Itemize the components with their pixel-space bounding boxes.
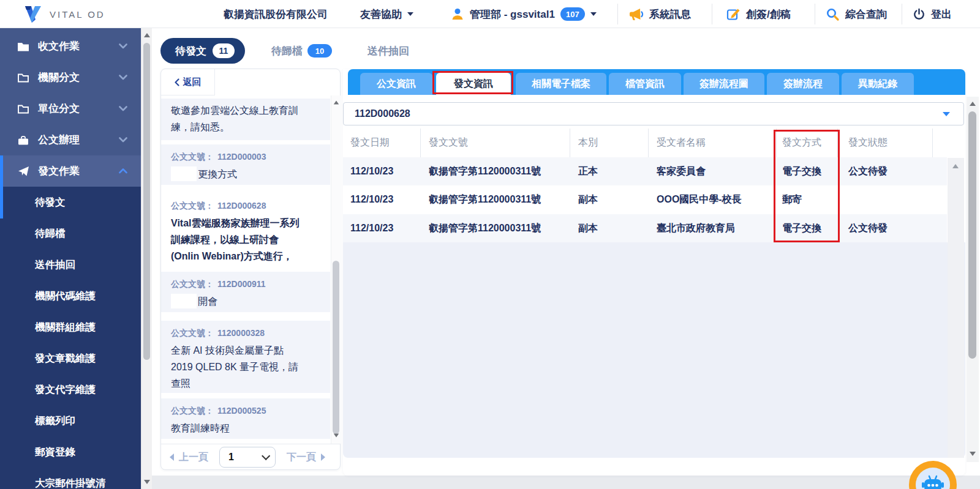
list-item[interactable]: 公文文號：112D000911 開會 xyxy=(161,272,330,312)
column-divider xyxy=(837,129,838,157)
user-menu[interactable]: 管理部 - gssvital1 107 xyxy=(451,0,597,28)
doc-subject: 更換方式 xyxy=(171,166,303,182)
notification-badge[interactable]: 107 xyxy=(560,7,585,21)
scroll-down-icon[interactable] xyxy=(144,480,150,484)
tab-pending-archive[interactable]: 待歸檔 10 xyxy=(271,38,332,64)
col-header-copy-type: 本別 xyxy=(578,129,598,157)
sidebar-item-label-print[interactable]: 標籤列印 xyxy=(0,405,141,436)
sidebar-group-processing[interactable]: 公文辦理 xyxy=(0,124,141,155)
doc-number: 112D000628 xyxy=(217,201,266,211)
system-messages-button[interactable]: 系統訊息 xyxy=(628,0,691,28)
app-logo[interactable]: VITAL OD xyxy=(21,0,105,28)
scroll-up-icon[interactable] xyxy=(334,101,339,105)
doc-subject: 敬邀參加雲端公文線上教育訓練，請知悉。 xyxy=(171,102,303,135)
scroll-down-icon[interactable] xyxy=(970,452,976,456)
list-item[interactable]: 敬邀參加雲端公文線上教育訓練，請知悉。 xyxy=(161,99,330,140)
scrollbar-thumb[interactable] xyxy=(333,261,339,434)
sidebar-group-label: 單位分文 xyxy=(38,102,80,116)
prev-arrow-icon[interactable] xyxy=(170,454,174,461)
list-scrollbar[interactable] xyxy=(331,95,341,444)
tab-label: 待發文 xyxy=(175,44,206,58)
sidebar-group-label: 公文辦理 xyxy=(38,133,80,147)
doc-number-select[interactable]: 112D000628 xyxy=(343,102,964,125)
doc-number: 1120000328 xyxy=(217,328,265,338)
sidebar-item-bulk-mail[interactable]: 大宗郵件掛號清 xyxy=(0,468,141,489)
detail-tab-doc-info[interactable]: 公文資訊 xyxy=(360,73,432,95)
sidebar-group-send[interactable]: 發文作業 xyxy=(0,155,141,187)
megaphone-icon xyxy=(628,7,644,21)
page-bottom-strip xyxy=(152,476,980,489)
content-scrollbar[interactable] xyxy=(967,97,979,462)
create-draft-button[interactable]: 創簽/創稿 xyxy=(726,0,791,28)
col-header-recipient: 受文者名稱 xyxy=(657,129,706,157)
detail-tab-change-log[interactable]: 異動紀錄 xyxy=(842,73,914,95)
sidebar-item-recall[interactable]: 送件抽回 xyxy=(0,249,141,280)
table-row[interactable]: 112/10/23 叡揚管字第1120000311號 正本 客家委員會 電子交換… xyxy=(343,157,947,185)
prev-page-button[interactable]: 上一頁 xyxy=(179,451,208,464)
sidebar-item-send-stamp[interactable]: 發文章戳維護 xyxy=(0,343,141,374)
list-item-selected[interactable]: 公文文號：112D000628 Vital雲端服務家族辦理一系列訓練課程，以線上… xyxy=(161,193,330,266)
cell-status: 公文待發 xyxy=(848,214,888,242)
sidebar-group-receive[interactable]: 收文作業 xyxy=(0,31,141,62)
detail-tab-flow[interactable]: 簽辦流程 xyxy=(767,73,839,95)
next-page-button[interactable]: 下一頁 xyxy=(287,451,316,464)
table-header: 發文日期 發文文號 本別 受文者名稱 發文方式 發文狀態 xyxy=(343,129,964,157)
user-name: 管理部 - gssvital1 xyxy=(470,7,555,21)
tab-pending-send[interactable]: 待發文 11 xyxy=(160,38,245,64)
sidebar-item-agency-group[interactable]: 機關群組維護 xyxy=(0,312,141,343)
briefcase-icon xyxy=(17,135,29,146)
tab-count-badge: 11 xyxy=(213,43,235,58)
sidebar-group-agency-dispatch[interactable]: 機關分文 xyxy=(0,62,141,93)
sidebar-item-pending-archive[interactable]: 待歸檔 xyxy=(0,218,141,249)
list-item[interactable]: 公文文號：112D000525 教育訓練時程 xyxy=(161,398,330,439)
sidebar-item-send-code[interactable]: 發文代字維護 xyxy=(0,374,141,405)
next-arrow-icon[interactable] xyxy=(321,454,325,461)
sidebar-item-agency-code[interactable]: 機關代碼維護 xyxy=(0,280,141,312)
table-row[interactable]: 112/10/23 叡揚管字第1120000311號 副本 臺北市政府教育局 電… xyxy=(343,214,947,242)
scroll-up-icon[interactable] xyxy=(970,102,976,106)
detail-tab-archive-info[interactable]: 檔管資訊 xyxy=(609,73,681,95)
column-divider xyxy=(648,129,649,157)
sidebar-item-pending-send[interactable]: 待發文 xyxy=(0,187,141,218)
doc-subject: 開會 xyxy=(171,293,303,310)
scroll-down-icon[interactable] xyxy=(334,434,339,438)
chevron-down-icon xyxy=(119,43,127,49)
help-menu[interactable]: 友善協助 xyxy=(360,0,413,28)
caret-down-icon xyxy=(943,112,950,116)
doc-number-label: 公文文號： xyxy=(171,328,214,338)
column-divider xyxy=(932,129,933,157)
detail-tab-send-info[interactable]: 發文資訊 xyxy=(436,73,511,95)
global-search-button[interactable]: 綜合查詢 xyxy=(826,0,887,28)
sidebar-group-unit-dispatch[interactable]: 單位分文 xyxy=(0,93,141,124)
doc-number: 112D000911 xyxy=(217,279,266,289)
page-number: 1 xyxy=(228,452,234,463)
scrollbar-thumb[interactable] xyxy=(968,111,976,359)
list-item[interactable]: 公文文號：112D000003 更換方式 xyxy=(161,144,330,185)
list-item[interactable]: 公文文號：1120000328 全新 AI 技術與金屬量子點 2019 QLED… xyxy=(161,321,330,393)
table-scrollbar[interactable] xyxy=(948,158,964,458)
scroll-up-icon[interactable] xyxy=(144,33,150,37)
page-select[interactable]: 1 xyxy=(219,447,276,468)
redaction-block xyxy=(171,166,197,181)
doc-number-label: 公文文號： xyxy=(171,406,214,416)
detail-tab-efiles[interactable]: 相關電子檔案 xyxy=(516,73,606,95)
detail-tab-flow-chart[interactable]: 簽辦流程圖 xyxy=(684,73,764,95)
table-row[interactable]: 112/10/23 叡揚管字第1120000311號 副本 OOO國民中學-校長… xyxy=(343,185,947,214)
cell-recipient: 客家委員會 xyxy=(657,157,706,185)
global-search-label: 綜合查詢 xyxy=(845,7,887,21)
back-button[interactable]: 返回 xyxy=(161,69,215,95)
logout-button[interactable]: 登出 xyxy=(913,0,952,28)
col-header-number: 發文文號 xyxy=(429,129,468,157)
tab-label: 送件抽回 xyxy=(368,44,409,58)
doc-subject: 全新 AI 技術與金屬量子點 2019 QLED 8K 量子電視，請查照 xyxy=(171,342,303,392)
scroll-up-icon[interactable] xyxy=(952,164,959,168)
sidebar-scrollbar[interactable] xyxy=(141,28,152,489)
sidebar-item-postage[interactable]: 郵資登錄 xyxy=(0,436,141,468)
logo-text: VITAL OD xyxy=(50,9,105,20)
chevron-down-icon xyxy=(590,12,597,16)
compose-icon xyxy=(726,7,741,21)
chevron-down-icon xyxy=(119,106,127,111)
scrollbar-thumb[interactable] xyxy=(143,43,150,360)
tab-recall[interactable]: 送件抽回 xyxy=(368,38,409,64)
folder-outline-icon xyxy=(17,72,29,83)
